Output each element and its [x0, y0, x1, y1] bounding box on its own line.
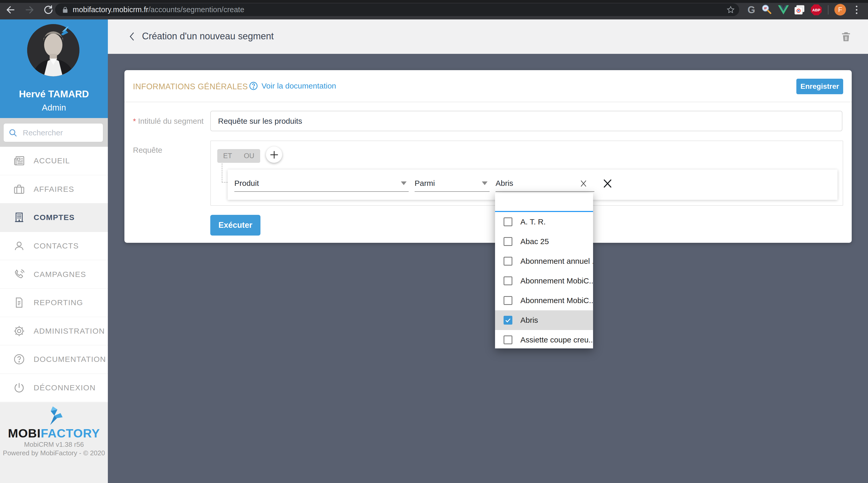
sidebar-item-label: CONTACTS [34, 242, 79, 250]
documentation-link-label: Voir la documentation [261, 82, 336, 90]
phone-icon [13, 268, 25, 281]
chevron-down-icon [401, 181, 407, 185]
adblock-plus-extension-icon[interactable]: ABP [810, 4, 822, 16]
url-domain: mobifactory.mobicrm.fr [73, 5, 149, 14]
operator-select[interactable]: Parmi [414, 175, 490, 192]
product-dropdown: A. T. R. Abac 25 Abonnement annuel ... A… [495, 193, 593, 348]
clear-value-icon[interactable] [579, 179, 588, 188]
sessions-extension-icon[interactable] [794, 4, 805, 16]
documentation-link[interactable]: Voir la documentation [249, 81, 336, 91]
chevron-down-icon [482, 181, 488, 185]
sidebar-item-administration[interactable]: ADMINISTRATION [0, 317, 108, 346]
sidebar-item-documentation[interactable]: DOCUMENTATION [0, 345, 108, 374]
url-text: mobifactory.mobicrm.fr/accounts/segmenti… [73, 5, 244, 14]
sidebar: Hervé TAMARD Admin ACCUEIL AFFAIRES COMP… [0, 20, 108, 483]
main-area: Création d'un nouveau segment INFORMATIO… [108, 20, 868, 483]
power-icon [13, 381, 25, 394]
abp-badge: ABP [811, 4, 822, 15]
dropdown-option-abris[interactable]: Abris [495, 310, 593, 330]
sidebar-item-reporting[interactable]: REPORTING [0, 289, 108, 317]
checkbox[interactable] [503, 316, 513, 324]
browser-toolbar: mobifactory.mobicrm.fr/accounts/segmenti… [0, 0, 868, 20]
section-title: INFORMATIONS GÉNÉRALES [133, 82, 248, 91]
sidebar-nav: ACCUEIL AFFAIRES COMPTES CONTACTS CAMPAG… [0, 147, 108, 402]
sidebar-item-campagnes[interactable]: CAMPAGNES [0, 260, 108, 289]
browser-reload-button[interactable] [42, 4, 55, 16]
sidebar-item-comptes[interactable]: COMPTES [0, 203, 108, 232]
dropdown-option[interactable]: Abonnement MobiC... [495, 291, 593, 310]
content-area: INFORMATIONS GÉNÉRALES Voir la documenta… [108, 54, 868, 483]
google-extension-icon[interactable]: G [745, 4, 757, 16]
browser-back-button[interactable] [4, 4, 17, 16]
reload-icon [43, 4, 54, 15]
checkbox[interactable] [503, 277, 513, 285]
help-circle-icon [13, 353, 25, 366]
sidebar-item-label: DOCUMENTATION [34, 355, 106, 364]
app-version: MobiCRM v1.38 r56 [0, 440, 108, 449]
toolbar-divider [828, 5, 829, 15]
segment-name-label: *Intitulé du segment [133, 117, 204, 125]
checkbox[interactable] [503, 257, 513, 265]
dropdown-option[interactable]: Assiette coupe creu... [495, 330, 593, 348]
and-or-toggle[interactable]: ET OU [217, 149, 260, 163]
lock-icon [61, 6, 69, 14]
browser-profile-avatar[interactable]: F [834, 4, 846, 16]
sidebar-item-affaires[interactable]: AFFAIRES [0, 175, 108, 204]
mobifactory-logo-bird-icon [45, 406, 63, 426]
user-portrait-image [27, 24, 80, 76]
user-name: Hervé TAMARD [0, 89, 108, 100]
copyright: Powered by MobiFactory - © 2020 [0, 449, 108, 457]
dropdown-filter-input[interactable] [500, 196, 586, 209]
dropdown-option[interactable]: Abac 25 [495, 232, 593, 251]
person-icon [13, 240, 25, 252]
segment-name-input[interactable] [210, 111, 842, 131]
page-title: Création d'un nouveau segment [142, 31, 274, 42]
checkbox[interactable] [503, 336, 513, 344]
dropdown-options-list: A. T. R. Abac 25 Abonnement annuel ... A… [495, 212, 593, 348]
report-document-icon [13, 296, 25, 309]
dropdown-option[interactable]: Abonnement annuel ... [495, 251, 593, 271]
mobifactory-logo: MOBIFACTORY [0, 426, 108, 440]
checkbox[interactable] [503, 218, 513, 226]
sidebar-item-contacts[interactable]: CONTACTS [0, 232, 108, 260]
sidebar-item-deconnexion[interactable]: DÉCONNEXION [0, 374, 108, 402]
user-avatar[interactable] [27, 24, 80, 76]
check-icon [505, 317, 511, 323]
help-circle-icon [249, 81, 258, 91]
add-condition-button[interactable] [266, 146, 282, 163]
browser-forward-button[interactable] [24, 4, 36, 16]
search-input[interactable] [3, 123, 103, 142]
building-icon [13, 211, 25, 224]
ip-lookup-extension-icon[interactable]: IP [761, 4, 773, 16]
browser-menu-button[interactable] [854, 4, 859, 16]
execute-button[interactable]: Exécuter [210, 215, 260, 235]
checkbox[interactable] [503, 237, 513, 246]
save-button[interactable]: Enregistrer [796, 79, 843, 94]
back-chevron-icon[interactable] [126, 30, 138, 43]
connector-line [222, 163, 222, 182]
sidebar-item-label: COMPTES [34, 213, 75, 222]
sidebar-item-accueil[interactable]: ACCUEIL [0, 147, 108, 175]
trash-icon[interactable] [840, 30, 852, 43]
sidebar-item-label: DÉCONNEXION [34, 383, 96, 392]
connector-line [222, 182, 228, 183]
browser-tabstrip [0, 0, 868, 3]
checkbox[interactable] [503, 296, 513, 305]
or-option[interactable]: OU [244, 152, 254, 160]
field-select[interactable]: Produit [234, 175, 409, 192]
sidebar-search [0, 118, 108, 147]
search-icon [8, 128, 18, 137]
sidebar-item-label: AFFAIRES [34, 185, 74, 194]
bookmark-star-icon[interactable] [726, 5, 735, 14]
address-bar[interactable]: mobifactory.mobicrm.fr/accounts/segmenti… [55, 3, 739, 16]
and-option[interactable]: ET [223, 152, 232, 160]
user-role: Admin [0, 103, 108, 113]
vue-devtools-extension-icon[interactable] [777, 4, 789, 16]
forward-arrow-icon [24, 4, 35, 15]
vue-logo-icon [778, 5, 789, 15]
dropdown-option[interactable]: A. T. R. [495, 212, 593, 232]
remove-condition-icon[interactable] [602, 178, 613, 189]
dropdown-option[interactable]: Abonnement MobiC... [495, 271, 593, 291]
ip-magnifier-icon: IP [761, 4, 772, 16]
back-arrow-icon [5, 4, 16, 15]
